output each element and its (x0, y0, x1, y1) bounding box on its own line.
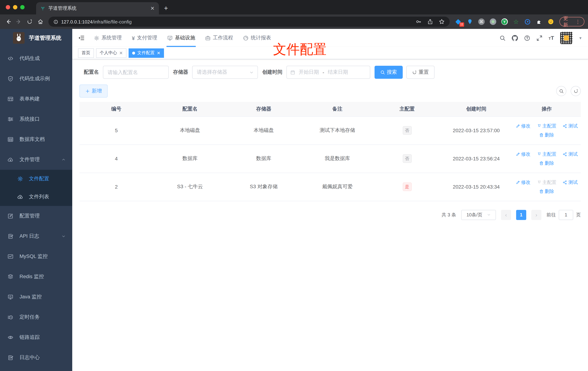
sidebar-item-java-monitor[interactable]: Java 监控 (0, 287, 72, 307)
font-size-icon[interactable]: TT (549, 35, 554, 41)
page-size-select[interactable]: 10条/页 (461, 210, 496, 220)
sidebar-item-form-builder[interactable]: 表单构建 (0, 89, 72, 109)
sidebar-item-code-gen[interactable]: 代码生成 (0, 48, 72, 69)
browser-update-chip[interactable]: 更新 ⋮ (559, 17, 584, 26)
date-range-picker[interactable]: 开始日期 - 结束日期 (286, 66, 370, 79)
share-icon[interactable] (427, 19, 433, 25)
nav-workflow[interactable]: 工作流程 (202, 29, 237, 47)
sidebar-item-log-center[interactable]: 日志中心 (0, 348, 72, 368)
url-text[interactable]: 127.0.0.1:1024/infra/file/file-config (61, 19, 132, 24)
sidebar-item-tracing[interactable]: 链路追踪 (0, 327, 72, 348)
test-link[interactable]: 测试 (563, 123, 578, 129)
sidebar-item-file-list[interactable]: 文件列表 (0, 188, 72, 206)
close-icon[interactable]: ✕ (119, 50, 123, 55)
sidebar: 芋道管理系统 代码生成 代码生成示例 表单构建 系统接口 数据库文档 文件管理 … (0, 29, 72, 371)
extension-diamond-icon[interactable]: 11 (454, 18, 462, 25)
sidebar-item-redis-monitor[interactable]: Redis 监控 (0, 267, 72, 287)
app-title: 芋道管理系统 (29, 34, 61, 41)
minimize-window-button[interactable] (13, 5, 17, 9)
search-button[interactable]: 搜索 (375, 66, 403, 79)
bookmark-star-icon[interactable] (439, 19, 444, 25)
prev-page-button[interactable]: ‹ (501, 210, 511, 220)
nav-infrastructure[interactable]: 基础设施 (164, 29, 199, 47)
delete-link[interactable]: 删除 (539, 160, 554, 166)
close-icon[interactable]: ✕ (157, 50, 160, 55)
app-logo[interactable]: 芋道管理系统 (0, 29, 72, 47)
master-link[interactable]: 主配置 (537, 151, 556, 157)
collapse-sidebar-icon[interactable] (78, 35, 84, 41)
sidebar-item-file-manage[interactable]: 文件管理 (0, 149, 72, 170)
cell-created: 2022-03-15 23:56:24 (440, 145, 513, 173)
extension-pin-icon[interactable] (466, 18, 473, 25)
test-link[interactable]: 测试 (563, 179, 578, 186)
zoom-window-button[interactable] (20, 5, 25, 9)
tab-home[interactable]: 首页 (78, 48, 94, 58)
back-button[interactable] (4, 17, 13, 26)
chevron-down-icon[interactable]: ▼ (579, 36, 582, 40)
forward-button[interactable] (14, 17, 23, 26)
config-name-input[interactable] (103, 66, 169, 79)
chevron-down-icon (487, 213, 491, 217)
extensions-puzzle-icon[interactable] (536, 18, 543, 25)
sidebar-item-code-demo[interactable]: 代码生成示例 (0, 69, 72, 89)
nav-pay-manage[interactable]: ¥支付管理 (128, 29, 161, 47)
refresh-table-button[interactable] (571, 86, 581, 96)
help-icon[interactable] (524, 35, 530, 41)
share-icon (563, 152, 567, 156)
github-icon[interactable] (512, 35, 518, 41)
extension-dot-icon[interactable] (489, 18, 496, 25)
sidebar-item-api-log[interactable]: API 日志 (0, 226, 72, 246)
browser-tab[interactable]: 芋道管理系统 ✕ (36, 2, 159, 14)
master-link[interactable]: 主配置 (537, 123, 556, 129)
nav-system-manage[interactable]: 系统管理 (90, 29, 125, 47)
address-bar[interactable]: 127.0.0.1:1024/infra/file/file-config (49, 17, 450, 27)
delete-link[interactable]: 删除 (539, 132, 554, 138)
sidebar-item-file-config[interactable]: 文件配置 (0, 170, 72, 188)
extension-y-icon[interactable]: Y (501, 18, 508, 25)
browser-menu-icon[interactable]: ⋮ (575, 19, 580, 25)
search-icon[interactable] (500, 35, 506, 41)
fullscreen-icon[interactable] (536, 35, 543, 41)
new-tab-button[interactable]: + (164, 4, 168, 12)
reset-button[interactable]: 重置 (406, 66, 434, 79)
password-key-icon[interactable] (416, 19, 421, 25)
profile-emoji-icon[interactable] (547, 18, 554, 25)
tab-file-config[interactable]: 文件配置✕ (129, 48, 164, 58)
goto-page-input[interactable] (559, 210, 573, 220)
extension-command-icon[interactable]: ⌘ (478, 18, 485, 25)
sliders-icon (8, 116, 13, 122)
sidebar-item-db-doc[interactable]: 数据库文档 (0, 129, 72, 149)
close-window-button[interactable] (6, 5, 10, 9)
sidebar-item-scheduled-task[interactable]: 定时任务 (0, 307, 72, 327)
edit-link[interactable]: 修改 (515, 179, 530, 186)
tab-profile[interactable]: 个人中心✕ (96, 48, 126, 58)
delete-link[interactable]: 删除 (539, 188, 554, 194)
nav-label: 统计报表 (251, 35, 271, 41)
monitor-check-icon (168, 35, 173, 41)
test-link[interactable]: 测试 (563, 151, 578, 157)
pagination: 共 3 条 10条/页 ‹ 1 › 前往 页 (79, 210, 581, 220)
show-search-button[interactable] (556, 86, 566, 96)
sidebar-item-system-api[interactable]: 系统接口 (0, 109, 72, 129)
nav-report[interactable]: 统计报表 (240, 29, 275, 47)
sidebar-item-mysql-monitor[interactable]: MySQL 监控 (0, 246, 72, 267)
sidebar-item-config-manage[interactable]: 配置管理 (0, 206, 72, 226)
home-button[interactable] (36, 17, 45, 26)
search-icon (380, 70, 385, 74)
site-info-icon[interactable] (54, 19, 58, 24)
timer-icon (8, 314, 13, 320)
extension-star-icon[interactable]: ☆ (512, 18, 520, 25)
extension-eye-icon[interactable] (524, 18, 531, 25)
page-number-button[interactable]: 1 (516, 210, 526, 220)
table-toolbar: 新增 (79, 85, 581, 97)
reload-button[interactable] (25, 17, 34, 26)
tab-close-icon[interactable]: ✕ (150, 5, 155, 11)
master-link-disabled[interactable]: 主配置 (537, 179, 556, 186)
edit-link[interactable]: 修改 (515, 151, 530, 157)
edit-link[interactable]: 修改 (515, 123, 530, 129)
next-page-button[interactable]: › (531, 210, 541, 220)
window-controls[interactable] (6, 5, 25, 9)
add-button[interactable]: 新增 (79, 85, 108, 97)
storage-select[interactable]: 请选择存储器 (192, 66, 258, 79)
avatar-qr-image[interactable] (560, 32, 572, 44)
